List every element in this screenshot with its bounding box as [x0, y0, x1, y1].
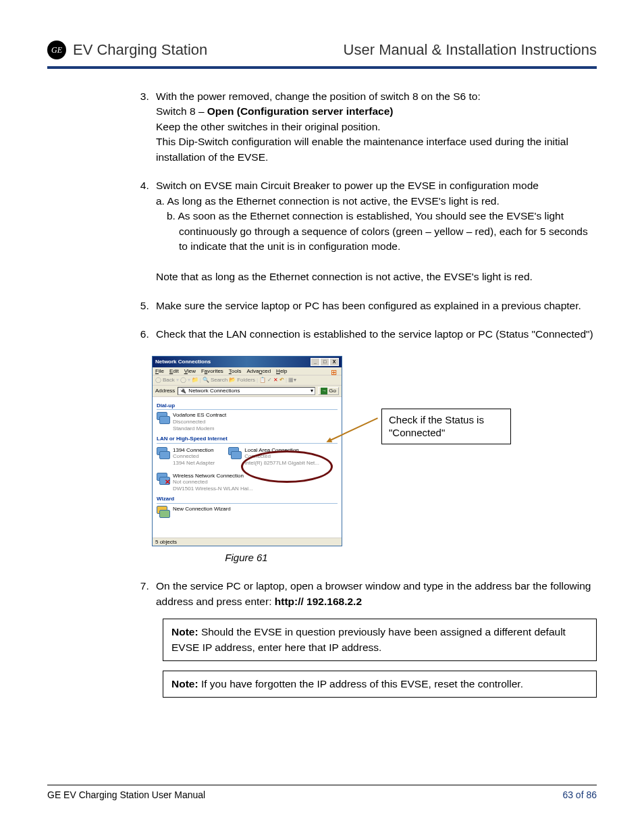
conn-name: Vodafone ES Contract	[173, 412, 226, 419]
modem-icon	[157, 412, 169, 424]
page-footer: GE EV Charging Station User Manual 63 of…	[47, 785, 597, 800]
menu-advanced: Advanced	[247, 368, 271, 375]
step-7: On the service PC or laptop, open a brow…	[152, 579, 597, 698]
note-2-text: If you have forgotten the IP address of …	[198, 678, 523, 689]
address-input: 🔌 Network Connections ▾	[178, 387, 315, 395]
group-wizard: Wizard	[157, 496, 338, 504]
conn-device: Intel(R) 82577LM Gigabit Net...	[244, 460, 319, 467]
window-statusbar: 5 objects	[153, 538, 342, 546]
network-connections-window: Network Connections _□X File Edit View F…	[152, 356, 342, 547]
window-toolbar: ◯ Back ▾ ◯ ▾ 📁 | 🔍 Search 📂 Folders | 📋 …	[153, 375, 342, 386]
wizard-icon	[157, 506, 169, 518]
note-label: Note:	[171, 626, 198, 637]
network-icon: ✕	[157, 473, 169, 485]
folders-icon: 📂	[229, 377, 236, 384]
step-6: Check that the LAN connection is establi…	[152, 327, 597, 342]
ge-logo-icon: GE	[47, 41, 66, 59]
conn-wizard: New Connection Wizard	[157, 506, 338, 518]
maximize-icon: □	[320, 358, 329, 366]
up-folder-icon: 📁	[192, 377, 198, 384]
conn-device: 1394 Net Adapter	[173, 460, 215, 467]
address-bar: Address 🔌 Network Connections ▾ → Go	[153, 386, 342, 397]
header-right-title: User Manual & Installation Instructions	[344, 41, 597, 59]
conn-name: Wireless Network Connection	[173, 473, 253, 479]
footer-page-number: 63 of 86	[562, 789, 597, 800]
note-box-1: Note: Should the EVSE in question previo…	[163, 619, 597, 661]
conn-vodafone: Vodafone ES Contract Disconnected Standa…	[157, 412, 338, 432]
conn-status: Connected	[173, 453, 215, 460]
step-4-note: Note that as long as the Ethernet connec…	[156, 271, 533, 282]
step-6-text: Check that the LAN connection is establi…	[156, 328, 593, 340]
minimize-icon: _	[311, 358, 320, 366]
folders-label: Folders	[237, 377, 255, 384]
step-3-switch-setting: Open (Configuration server interface)	[207, 105, 394, 117]
tool-icon-1: 📋	[259, 377, 266, 384]
go-label: Go	[329, 388, 336, 394]
address-icon: 🔌	[180, 388, 186, 394]
step-3-line4: This Dip-Switch configuration will enabl…	[156, 136, 568, 162]
menu-file: File	[155, 368, 164, 375]
conn-name: 1394 Connection	[173, 447, 215, 454]
figure-caption: Figure 61	[152, 550, 341, 565]
footer-left: GE EV Charging Station User Manual	[47, 789, 205, 800]
menu-edit: Edit	[169, 368, 179, 375]
window-titlebar: Network Connections _□X	[153, 357, 342, 367]
conn-name: Local Area Connection	[244, 447, 319, 454]
step-4-line1: Switch on EVSE main Circuit Breaker to p…	[156, 180, 539, 191]
undo-icon: ↶	[279, 377, 284, 384]
header-divider	[47, 66, 597, 69]
menu-help: Help	[276, 368, 287, 375]
step-4: Switch on EVSE main Circuit Breaker to p…	[152, 178, 597, 284]
go-arrow-icon: →	[321, 388, 327, 394]
conn-local-area: Local Area Connection Connected Intel(R)…	[228, 447, 319, 467]
window-menubar: File Edit View Favorites Tools Advanced …	[153, 367, 342, 376]
address-value: Network Connections	[188, 388, 240, 394]
step-5-text: Make sure the service laptop or PC has b…	[156, 300, 581, 311]
step-3-switch-label: Switch 8 –	[156, 105, 207, 117]
menu-tools: Tools	[229, 368, 242, 375]
close-icon: X	[329, 358, 339, 366]
conn-status: Disconnected	[173, 419, 226, 425]
figure-61: Network Connections _□X File Edit View F…	[152, 356, 597, 566]
conn-1394: 1394 Connection Connected 1394 Net Adapt…	[157, 447, 215, 467]
network-icon	[228, 447, 240, 459]
step-4-b: b. As soon as the Ethernet connection is…	[156, 209, 597, 254]
tool-icon-2: ✓	[267, 377, 272, 384]
conn-name: New Connection Wizard	[173, 506, 231, 513]
search-icon: 🔍	[203, 377, 209, 384]
menu-favorites: Favorites	[201, 368, 223, 375]
menu-view: View	[184, 368, 196, 375]
header-left-title: EV Charging Station	[73, 41, 207, 59]
forward-icon: ◯	[180, 377, 186, 384]
step-7-text: On the service PC or laptop, open a brow…	[156, 580, 591, 606]
back-icon: ◯	[155, 377, 161, 384]
back-label: Back	[163, 377, 175, 384]
step-3-line3: Keep the other switches in their origina…	[156, 121, 381, 132]
note-label: Note:	[171, 678, 198, 689]
delete-icon: ✕	[273, 377, 278, 384]
step-7-url: http:// 192.168.2.2	[275, 596, 362, 607]
conn-device: DW1501 Wireless-N WLAN Hal...	[173, 486, 253, 492]
group-dialup: Dial-up	[157, 402, 338, 411]
callout-box: Check if the Status is "Connected"	[381, 409, 511, 444]
conn-status: Not connected	[173, 479, 253, 486]
conn-device: Standard Modem	[173, 425, 226, 432]
go-button: → Go	[318, 387, 339, 395]
group-lan: LAN or High-Speed Internet	[157, 436, 338, 444]
address-label: Address	[155, 388, 175, 394]
conn-status: Connected	[244, 453, 319, 460]
window-title: Network Connections	[155, 359, 211, 365]
note-1-text: Should the EVSE in question previously h…	[171, 626, 566, 652]
conn-wireless: ✕ Wireless Network Connection Not connec…	[157, 473, 338, 492]
window-controls: _□X	[311, 358, 339, 366]
search-label: Search	[211, 377, 227, 384]
views-icon: ▦▾	[288, 377, 296, 384]
step-3-line1: With the power removed, change the posit…	[156, 90, 481, 102]
step-4-a: a. As long as the Ethernet connection is…	[156, 194, 597, 209]
page-header: GE EV Charging Station User Manual & Ins…	[47, 41, 597, 66]
disconnected-x-icon: ✕	[165, 478, 170, 486]
note-box-2: Note: If you have forgotten the IP addre…	[163, 671, 597, 698]
network-icon	[157, 447, 169, 459]
step-3: With the power removed, change the posit…	[152, 89, 597, 165]
step-5: Make sure the service laptop or PC has b…	[152, 298, 597, 313]
